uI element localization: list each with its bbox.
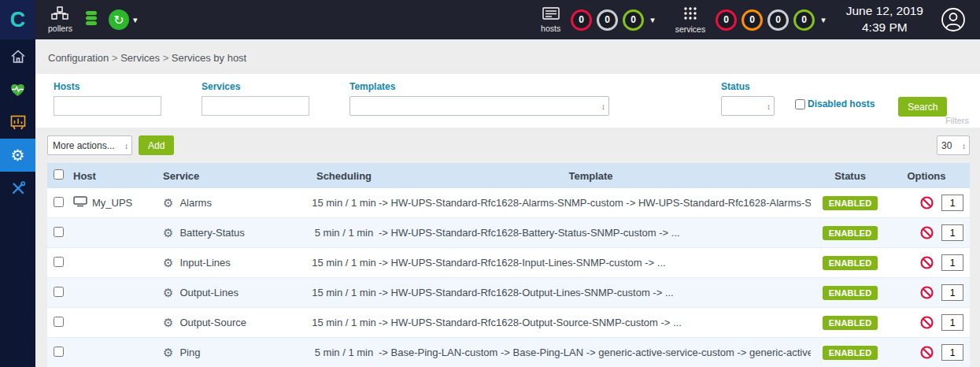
scheduling-cell: 15 min / 1 min: [309, 257, 379, 269]
template-cell: -> HW-UPS-Standard-Rfc1628-Output-Lines-…: [379, 287, 811, 298]
breadcrumb-separator: >: [109, 52, 120, 64]
sidebar-item-reporting[interactable]: [0, 106, 35, 139]
hosts-menu[interactable]: hosts: [541, 7, 560, 33]
templates-filter-label: Templates: [349, 81, 609, 92]
disable-service-icon[interactable]: [920, 226, 934, 239]
scheduling-cell: 15 min / 1 min: [309, 317, 379, 328]
current-time: 4:39 PM: [846, 20, 923, 36]
database-icon[interactable]: [83, 10, 99, 29]
user-avatar[interactable]: [941, 7, 966, 32]
service-name[interactable]: Input-Lines: [179, 257, 230, 269]
sidebar-item-monitoring[interactable]: [0, 72, 35, 106]
services-counter-unknown[interactable]: 0: [767, 9, 789, 31]
filter-disabled-hosts: Disabled hosts: [795, 98, 875, 109]
hosts-filter-input[interactable]: [54, 96, 161, 116]
centreon-logo[interactable]: C: [0, 0, 35, 39]
duplicate-count-input[interactable]: [941, 254, 963, 271]
services-status-group: services 0000 ▾: [675, 6, 826, 34]
disable-service-icon[interactable]: [920, 316, 934, 329]
services-counter-critical[interactable]: 0: [716, 9, 737, 31]
duplicate-count-input[interactable]: [941, 284, 963, 301]
scheduling-cell: 5 min / 1 min: [309, 227, 379, 239]
sidebar: ⚙: [0, 39, 35, 367]
row-checkbox[interactable]: [54, 317, 64, 327]
service-name[interactable]: Ping: [179, 347, 200, 358]
service-table-body: My_UPS ⚙ Alarms 15 min / 1 min -> HW-UPS…: [47, 188, 970, 367]
header-scheduling[interactable]: Scheduling: [309, 170, 379, 182]
hosts-label: hosts: [541, 24, 560, 33]
header-template[interactable]: Template: [379, 170, 811, 182]
disabled-hosts-checkbox[interactable]: [795, 99, 805, 109]
heartbeat-icon: [9, 82, 26, 97]
disable-service-icon[interactable]: [920, 346, 934, 359]
sidebar-item-administration[interactable]: [0, 172, 35, 205]
status-filter-select[interactable]: [721, 96, 775, 116]
topbar: C pollers ↻ ▾ hosts: [0, 0, 980, 39]
services-filter-label: Services: [202, 81, 309, 92]
poller-status-icon[interactable]: ↻: [109, 9, 129, 30]
hosts-counters: 000: [568, 9, 646, 31]
search-button[interactable]: Search: [898, 97, 947, 117]
services-filter-input[interactable]: [202, 96, 309, 116]
more-actions-select[interactable]: More actions...: [47, 135, 132, 155]
row-checkbox[interactable]: [54, 287, 64, 297]
header-service[interactable]: Service: [158, 170, 309, 182]
hosts-chevron-icon[interactable]: ▾: [650, 15, 655, 25]
template-cell: -> HW-UPS-Standard-Rfc1628-Alarms-SNMP-c…: [379, 197, 811, 209]
select-all-checkbox[interactable]: [54, 169, 64, 180]
filter-status: Status: [721, 81, 775, 116]
service-gear-icon: ⚙: [163, 316, 173, 330]
status-badge: ENABLED: [823, 286, 878, 300]
breadcrumb-item[interactable]: Services by host: [172, 52, 246, 64]
services-chevron-icon[interactable]: ▾: [821, 15, 826, 25]
disable-service-icon[interactable]: [920, 286, 934, 299]
filter-bar: Hosts Services Templates Status Disabled…: [35, 74, 980, 128]
scheduling-cell: 15 min / 1 min: [309, 287, 379, 298]
filter-templates: Templates: [349, 81, 609, 116]
host-name[interactable]: My_UPS: [92, 197, 132, 209]
filters-link[interactable]: Filters: [945, 116, 969, 125]
hosts-counter-unreachable[interactable]: 0: [597, 9, 618, 31]
duplicate-count-input[interactable]: [941, 195, 963, 211]
page-size-select[interactable]: 30: [937, 135, 970, 155]
gear-icon: ⚙: [11, 146, 25, 165]
header-host[interactable]: Host: [73, 170, 158, 182]
sidebar-item-home[interactable]: [0, 39, 35, 72]
services-menu[interactable]: services: [675, 6, 706, 34]
poller-status-chevron-icon[interactable]: ▾: [133, 15, 138, 25]
breadcrumb-separator: >: [160, 52, 172, 64]
templates-filter-select[interactable]: [349, 96, 609, 116]
service-name[interactable]: Alarms: [179, 197, 211, 209]
service-gear-icon: ⚙: [163, 226, 173, 240]
breadcrumb-item[interactable]: Services: [120, 52, 160, 64]
duplicate-count-input[interactable]: [941, 344, 963, 361]
duplicate-count-input[interactable]: [941, 224, 963, 241]
table-row: ⚙ Output-Source 15 min / 1 min -> HW-UPS…: [47, 308, 970, 338]
row-checkbox[interactable]: [54, 257, 64, 267]
service-name[interactable]: Battery-Status: [179, 227, 244, 239]
pollers-menu[interactable]: pollers: [48, 6, 72, 33]
header-options: Options: [889, 170, 970, 182]
row-checkbox[interactable]: [54, 347, 64, 357]
service-gear-icon: ⚙: [163, 346, 173, 360]
row-checkbox[interactable]: [54, 227, 64, 237]
hosts-counter-up[interactable]: 0: [623, 9, 644, 31]
services-counter-ok[interactable]: 0: [793, 9, 815, 31]
template-cell: -> HW-UPS-Standard-Rfc1628-Battery-Statu…: [379, 227, 811, 239]
services-counter-warning[interactable]: 0: [741, 9, 763, 31]
status-badge: ENABLED: [823, 256, 878, 270]
row-checkbox[interactable]: [54, 197, 64, 207]
service-name[interactable]: Output-Lines: [179, 287, 238, 298]
disable-service-icon[interactable]: [920, 256, 934, 269]
hosts-filter-label: Hosts: [54, 81, 161, 92]
hosts-counter-down[interactable]: 0: [571, 9, 592, 31]
sidebar-item-configuration[interactable]: ⚙: [0, 139, 35, 172]
home-icon: [10, 49, 26, 64]
service-name[interactable]: Output-Source: [179, 317, 246, 328]
disable-service-icon[interactable]: [920, 196, 934, 209]
breadcrumb-item[interactable]: Configuration: [48, 52, 109, 64]
header-status[interactable]: Status: [811, 170, 889, 182]
template-cell: -> Base-Ping-LAN-custom -> Base-Ping-LAN…: [379, 347, 811, 358]
duplicate-count-input[interactable]: [941, 314, 963, 331]
add-button[interactable]: Add: [139, 135, 174, 155]
